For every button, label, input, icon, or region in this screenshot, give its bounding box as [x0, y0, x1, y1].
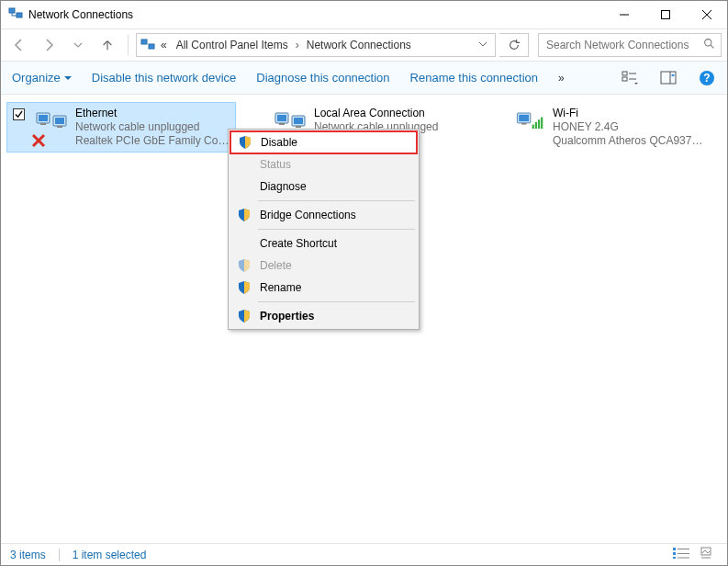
wifi-icon — [510, 107, 547, 148]
ctx-status: Status — [230, 153, 417, 175]
titlebar: Network Connections — [1, 1, 727, 28]
history-dropdown-button[interactable] — [65, 32, 91, 58]
svg-rect-6 — [141, 40, 147, 44]
svg-text:?: ? — [703, 72, 710, 85]
svg-rect-43 — [673, 552, 676, 555]
view-options-button[interactable] — [621, 69, 639, 87]
svg-rect-39 — [535, 122, 537, 129]
chevron-right-icon[interactable]: › — [294, 39, 301, 51]
ethernet-icon — [33, 107, 70, 148]
diagnose-connection-button[interactable]: Diagnose this connection — [256, 71, 389, 85]
separator — [258, 200, 415, 201]
search-input[interactable] — [544, 38, 703, 52]
ctx-label: Rename — [260, 281, 301, 294]
window-buttons — [603, 1, 727, 28]
shield-icon — [236, 309, 252, 323]
separator — [258, 229, 415, 230]
connection-name: Ethernet — [75, 107, 230, 120]
ctx-label: Disable — [261, 136, 297, 149]
ctx-properties[interactable]: Properties — [230, 305, 417, 327]
svg-rect-41 — [541, 118, 543, 130]
toolbar-overflow-button[interactable]: » — [558, 72, 565, 85]
ctx-label: Status — [260, 158, 291, 171]
svg-rect-3 — [661, 11, 669, 19]
svg-rect-28 — [277, 115, 286, 121]
network-connections-app-icon — [8, 6, 23, 24]
back-button[interactable] — [6, 32, 32, 58]
organize-label: Organize — [12, 71, 61, 85]
search-box[interactable] — [538, 33, 722, 57]
svg-point-8 — [705, 40, 711, 46]
svg-line-9 — [711, 45, 713, 48]
breadcrumb-segment[interactable]: All Control Panel Items — [173, 39, 292, 51]
shield-icon — [236, 280, 252, 295]
disable-device-button[interactable]: Disable this network device — [92, 71, 237, 85]
up-button[interactable] — [95, 32, 120, 58]
ctx-label: Create Shortcut — [260, 237, 337, 250]
ctx-bridge[interactable]: Bridge Connections — [230, 204, 417, 226]
connection-item-wifi[interactable]: Wi-Fi HONEY 2.4G Qualcomm Atheros QCA937… — [484, 102, 713, 153]
shield-icon — [236, 258, 252, 273]
svg-rect-1 — [17, 13, 22, 17]
ctx-create-shortcut[interactable]: Create Shortcut — [230, 232, 417, 255]
selection-count: 1 item selected — [73, 549, 147, 561]
connection-status: Network cable unplugged — [75, 120, 230, 134]
connection-status: HONEY 2.4G — [553, 120, 707, 134]
svg-rect-14 — [661, 72, 676, 84]
connection-name: Wi-Fi — [553, 107, 707, 120]
details-view-button[interactable] — [672, 547, 690, 562]
svg-rect-21 — [40, 123, 46, 125]
minimize-button[interactable] — [603, 1, 644, 28]
svg-rect-40 — [538, 119, 540, 129]
ctx-delete: Delete — [230, 255, 417, 277]
control-panel-icon — [140, 37, 155, 54]
address-bar[interactable]: « All Control Panel Items › Network Conn… — [136, 33, 496, 57]
command-toolbar: Organize Disable this network device Dia… — [1, 62, 727, 95]
separator — [59, 549, 60, 561]
window-title: Network Connections — [28, 8, 133, 21]
context-menu: Disable Status Diagnose Bridge Connectio… — [228, 129, 420, 330]
svg-rect-38 — [532, 125, 534, 130]
refresh-button[interactable] — [499, 33, 529, 57]
svg-rect-20 — [39, 115, 48, 121]
search-icon[interactable] — [703, 37, 715, 53]
preview-pane-button[interactable] — [659, 69, 678, 87]
close-button[interactable] — [686, 1, 727, 28]
status-bar: 3 items 1 item selected — [1, 543, 727, 565]
svg-rect-29 — [279, 123, 285, 125]
svg-rect-42 — [673, 548, 676, 550]
help-button[interactable]: ? — [698, 69, 716, 87]
organize-menu[interactable]: Organize — [12, 71, 72, 85]
ctx-diagnose[interactable]: Diagnose — [230, 175, 417, 198]
svg-rect-10 — [622, 72, 627, 75]
breadcrumb-segment[interactable]: Network Connections — [303, 39, 415, 51]
shield-icon — [237, 135, 253, 150]
maximize-button[interactable] — [644, 1, 686, 28]
svg-rect-36 — [519, 115, 529, 121]
large-icons-view-button[interactable] — [700, 547, 718, 562]
connection-name: Local Area Connection — [314, 107, 468, 120]
item-count: 3 items — [10, 549, 46, 561]
item-checkbox[interactable] — [13, 108, 25, 120]
ctx-label: Bridge Connections — [260, 209, 356, 221]
shield-icon — [236, 208, 252, 222]
separator — [128, 35, 129, 55]
svg-rect-0 — [9, 8, 15, 13]
svg-rect-23 — [55, 118, 64, 124]
svg-rect-11 — [622, 77, 627, 81]
connection-item-ethernet[interactable]: Ethernet Network cable unplugged Realtek… — [6, 102, 236, 153]
rename-connection-button[interactable]: Rename this connection — [410, 71, 538, 85]
connection-adapter: Realtek PCIe GbE Family Con... — [75, 134, 230, 148]
connection-text: Wi-Fi HONEY 2.4G Qualcomm Atheros QCA937… — [553, 107, 707, 148]
svg-rect-7 — [149, 44, 154, 49]
svg-rect-44 — [673, 557, 676, 559]
svg-rect-37 — [521, 123, 526, 125]
ctx-label: Delete — [260, 259, 292, 272]
ctx-rename[interactable]: Rename — [230, 277, 417, 299]
forward-button[interactable] — [36, 32, 62, 58]
navigation-bar: « All Control Panel Items › Network Conn… — [1, 28, 727, 62]
svg-rect-24 — [57, 126, 62, 128]
address-dropdown-icon[interactable] — [475, 39, 491, 51]
ctx-disable[interactable]: Disable — [230, 130, 418, 154]
error-overlay-icon — [31, 133, 46, 152]
